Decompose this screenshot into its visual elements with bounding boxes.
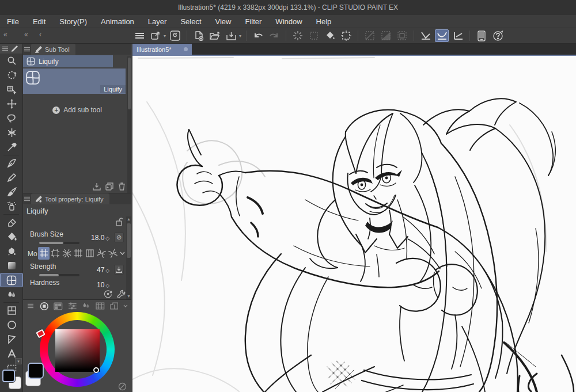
menu-layer[interactable]: Layer bbox=[148, 17, 167, 26]
pencil-tool[interactable] bbox=[0, 170, 23, 185]
menu-view[interactable]: View bbox=[215, 17, 232, 26]
liquify-mode-pinch-icon[interactable] bbox=[61, 247, 73, 260]
selection-lasso-tool[interactable] bbox=[0, 111, 23, 125]
main-menu-icon[interactable] bbox=[132, 29, 146, 42]
menu-help[interactable]: Help bbox=[316, 17, 332, 26]
menu-filter[interactable]: Filter bbox=[245, 17, 262, 26]
duplicate-subtool-icon[interactable] bbox=[105, 182, 113, 191]
rotate-canvas-tool[interactable] bbox=[0, 68, 23, 82]
companion-mode-icon[interactable] bbox=[475, 29, 488, 42]
color-wheel-tab-icon[interactable] bbox=[40, 302, 49, 311]
eraser-tool[interactable] bbox=[0, 215, 23, 230]
snap-ruler-icon[interactable] bbox=[419, 29, 433, 42]
approx-color-tab-icon[interactable] bbox=[110, 302, 119, 310]
foreground-color-swatch[interactable] bbox=[2, 370, 15, 382]
tool-property-scrollbar[interactable]: ▲ ▼ bbox=[126, 216, 131, 299]
document-canvas[interactable] bbox=[132, 56, 576, 392]
document-close-icon[interactable] bbox=[184, 47, 188, 51]
pen-tool[interactable] bbox=[0, 156, 23, 170]
gradient-tool[interactable] bbox=[0, 258, 23, 273]
subtool-group-header[interactable]: Liquify bbox=[23, 55, 113, 67]
mesh-transform-icon[interactable] bbox=[395, 29, 409, 42]
tool-property-tab[interactable]: Tool property: Liquify bbox=[31, 193, 109, 204]
color-panel-menu-icon[interactable] bbox=[26, 300, 35, 311]
color-set-tab-icon[interactable] bbox=[54, 302, 63, 310]
strength-slider[interactable] bbox=[39, 274, 79, 276]
brush-size-slider[interactable] bbox=[39, 242, 79, 244]
brush-size-value[interactable]: 18.0 bbox=[91, 234, 104, 242]
hardness-stepper-icon[interactable]: ◇ bbox=[105, 283, 109, 288]
tool-settings-wrench-icon[interactable] bbox=[117, 290, 126, 298]
menu-window[interactable]: Window bbox=[275, 17, 302, 26]
menu-animation[interactable]: Animation bbox=[101, 17, 134, 26]
save-dropdown-icon[interactable]: ▾ bbox=[239, 33, 241, 39]
auto-select-tool[interactable] bbox=[0, 125, 23, 140]
collapse-tool-panel-button[interactable]: « bbox=[3, 31, 8, 39]
liquify-mode-push-right-icon[interactable] bbox=[84, 247, 96, 260]
new-file-icon[interactable] bbox=[192, 29, 206, 42]
register-subtool-icon[interactable] bbox=[93, 182, 101, 191]
color-panel-more-icon[interactable] bbox=[123, 305, 128, 307]
help-icon[interactable] bbox=[491, 29, 505, 42]
panel-menu-icon[interactable] bbox=[2, 46, 8, 51]
tool-panel-tab[interactable] bbox=[0, 44, 22, 54]
brush-size-no-effect-icon[interactable]: ⊘ bbox=[114, 233, 124, 242]
liquify-mode-push-icon[interactable] bbox=[38, 247, 50, 260]
document-tab[interactable]: Illustration5* bbox=[132, 44, 192, 55]
blend-tool[interactable] bbox=[0, 287, 23, 302]
menu-select[interactable]: Select bbox=[180, 17, 201, 26]
canvas-frame-icon[interactable] bbox=[339, 29, 353, 42]
hardness-value[interactable]: 10 bbox=[97, 281, 104, 289]
transparent-color-icon[interactable] bbox=[118, 382, 127, 392]
operation-tool[interactable] bbox=[0, 82, 23, 97]
liquify-tool[interactable] bbox=[0, 273, 23, 287]
subtool-item-liquify[interactable]: Liquify bbox=[23, 68, 126, 94]
brush-size-stepper-icon[interactable]: ◇ bbox=[105, 235, 109, 241]
zoom-tool[interactable] bbox=[0, 54, 23, 68]
color-slider-tab-icon[interactable] bbox=[68, 302, 77, 310]
scale-rotate-icon[interactable] bbox=[363, 29, 377, 42]
fill-tool[interactable] bbox=[0, 230, 23, 244]
strength-adjust-icon[interactable] bbox=[114, 265, 124, 275]
eyedropper-tool[interactable] bbox=[0, 140, 23, 154]
mode-dropdown-icon[interactable] bbox=[119, 247, 126, 260]
color-mixing-tab-icon[interactable] bbox=[82, 302, 90, 310]
airbrush-tool[interactable] bbox=[0, 199, 23, 214]
subtool-scrollbar[interactable] bbox=[127, 56, 131, 193]
unlock-icon[interactable] bbox=[116, 218, 123, 229]
save-file-icon[interactable] bbox=[224, 29, 238, 42]
delete-subtool-icon[interactable] bbox=[118, 182, 126, 191]
snap-grid-icon[interactable] bbox=[451, 29, 465, 42]
back-subtool-button[interactable]: ‹ bbox=[39, 31, 42, 39]
subtool-panel-menu-icon[interactable] bbox=[23, 44, 31, 55]
launcher-dropdown-icon[interactable]: ▾ bbox=[164, 33, 166, 39]
launcher-icon[interactable] bbox=[149, 29, 162, 42]
reset-all-settings-icon[interactable] bbox=[104, 290, 112, 298]
menu-file[interactable]: File bbox=[7, 17, 19, 26]
subtool-tab[interactable]: Sub Tool bbox=[31, 44, 75, 55]
liquify-mode-expand-icon[interactable] bbox=[50, 247, 61, 260]
panel-foreground-color-swatch[interactable] bbox=[28, 363, 44, 379]
menu-story[interactable]: Story(P) bbox=[59, 17, 87, 26]
ruler-tool[interactable] bbox=[0, 332, 23, 347]
liquify-mode-twirl-left-icon[interactable] bbox=[96, 247, 107, 260]
collapse-subtool-panel-button[interactable]: « bbox=[24, 31, 29, 39]
liquify-mode-twirl-right-icon[interactable] bbox=[107, 247, 119, 260]
decoration-tool[interactable] bbox=[0, 244, 23, 258]
fill-icon[interactable] bbox=[323, 29, 337, 42]
saturation-value-square[interactable] bbox=[55, 329, 100, 372]
brush-tool[interactable] bbox=[0, 185, 23, 199]
strength-value[interactable]: 47 bbox=[97, 266, 104, 274]
free-transform-icon[interactable] bbox=[379, 29, 393, 42]
reselect-icon[interactable] bbox=[307, 29, 321, 42]
clip-studio-icon[interactable] bbox=[168, 29, 182, 42]
sv-marker[interactable] bbox=[93, 367, 99, 373]
deselect-icon[interactable] bbox=[291, 29, 305, 42]
menu-edit[interactable]: Edit bbox=[33, 17, 46, 26]
undo-icon[interactable] bbox=[251, 29, 265, 42]
add-subtool-button[interactable]: + Add sub tool bbox=[23, 104, 131, 116]
strength-stepper-icon[interactable]: ◇ bbox=[105, 268, 109, 273]
figure-tool[interactable] bbox=[0, 318, 23, 332]
frame-border-tool[interactable] bbox=[0, 303, 23, 318]
redo-icon[interactable] bbox=[267, 29, 281, 42]
